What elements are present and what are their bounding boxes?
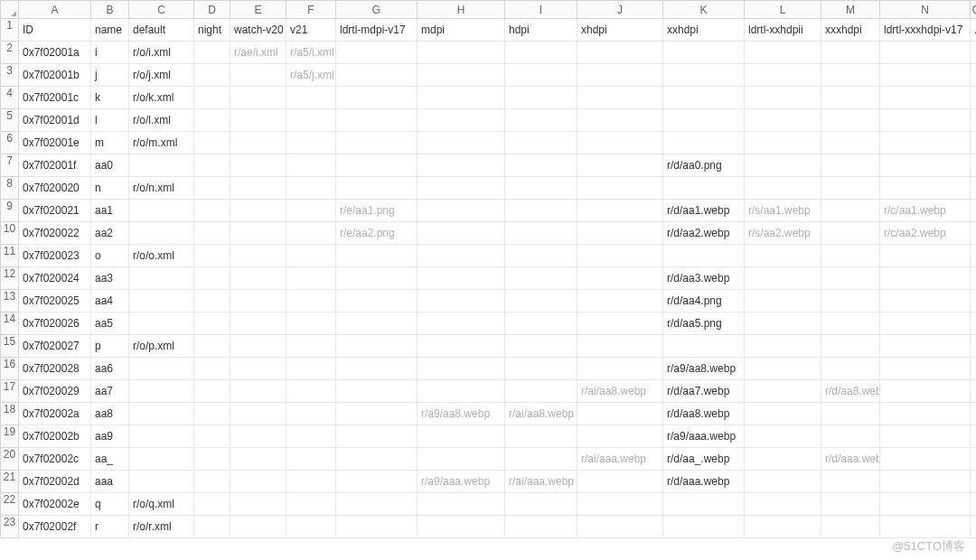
cell-K20[interactable]: r/d/aa_.webp [663, 448, 745, 471]
cell-G5[interactable] [336, 109, 418, 132]
cell-H22[interactable] [418, 493, 505, 516]
cell-B16[interactable]: aa6 [91, 358, 129, 380]
cell-L20[interactable] [745, 448, 821, 471]
cell-K17[interactable]: r/d/aa7.webp [663, 380, 745, 403]
row-header-6[interactable]: 6 [1, 132, 19, 154]
cell-D18[interactable] [194, 403, 230, 425]
cell-G15[interactable] [336, 335, 418, 358]
cell-L18[interactable] [745, 403, 821, 425]
cell-K10[interactable]: r/d/aa2.webp [663, 222, 745, 245]
cell-M4[interactable] [821, 87, 880, 109]
cell-E21[interactable] [230, 471, 286, 493]
column-header-D[interactable]: D [194, 1, 230, 19]
cell-O12[interactable] [971, 267, 976, 290]
cell-B7[interactable]: aa0 [91, 154, 129, 177]
cell-H15[interactable] [418, 335, 505, 358]
cell-H7[interactable] [418, 154, 505, 177]
cell-I17[interactable] [505, 380, 577, 403]
cell-J1[interactable]: xhdpi [577, 19, 663, 42]
column-header-M[interactable]: M [821, 1, 880, 19]
cell-G4[interactable] [336, 87, 418, 109]
row-header-22[interactable]: 22 [1, 493, 19, 516]
cell-K22[interactable] [663, 493, 745, 516]
cell-L11[interactable] [745, 245, 821, 267]
cell-C9[interactable] [129, 200, 194, 222]
cell-O5[interactable] [971, 109, 976, 132]
cell-A13[interactable]: 0x7f020025 [19, 290, 91, 313]
cell-M5[interactable] [821, 109, 880, 132]
cell-A16[interactable]: 0x7f020028 [19, 358, 91, 380]
cell-D17[interactable] [194, 380, 230, 403]
cell-K6[interactable] [663, 132, 745, 154]
cell-D20[interactable] [194, 448, 230, 471]
cell-I20[interactable] [505, 448, 577, 471]
cell-L21[interactable] [745, 471, 821, 493]
cell-G14[interactable] [336, 313, 418, 335]
column-header-E[interactable]: E [230, 1, 286, 19]
row-header-17[interactable]: 17 [1, 380, 19, 403]
cell-A3[interactable]: 0x7f02001b [19, 64, 91, 87]
cell-E2[interactable]: r/ae/i.xml [230, 42, 286, 64]
cell-D9[interactable] [194, 200, 230, 222]
column-header-I[interactable]: I [505, 1, 577, 19]
cell-I6[interactable] [505, 132, 577, 154]
cell-G16[interactable] [336, 358, 418, 380]
row-header-2[interactable]: 2 [1, 42, 19, 64]
cell-A11[interactable]: 0x7f020023 [19, 245, 91, 267]
cell-H9[interactable] [418, 200, 505, 222]
row-header-5[interactable]: 5 [1, 109, 19, 132]
cell-O6[interactable] [971, 132, 976, 154]
cell-M18[interactable] [821, 403, 880, 425]
row-header-18[interactable]: 18 [1, 403, 19, 425]
cell-E17[interactable] [230, 380, 286, 403]
cell-J10[interactable] [577, 222, 663, 245]
cell-A21[interactable]: 0x7f02002d [19, 471, 91, 493]
cell-L9[interactable]: r/s/aa1.webp [745, 200, 821, 222]
cell-B8[interactable]: n [91, 177, 129, 200]
cell-D3[interactable] [194, 64, 230, 87]
cell-L12[interactable] [745, 267, 821, 290]
cell-B13[interactable]: aa4 [91, 290, 129, 313]
cell-B6[interactable]: m [91, 132, 129, 154]
cell-O17[interactable] [971, 380, 976, 403]
cell-M16[interactable] [821, 358, 880, 380]
cell-K9[interactable]: r/d/aa1.webp [663, 200, 745, 222]
cell-F1[interactable]: v21 [286, 19, 336, 42]
cell-K3[interactable] [663, 64, 745, 87]
cell-H19[interactable] [418, 425, 505, 448]
cell-E12[interactable] [230, 267, 286, 290]
cell-H5[interactable] [418, 109, 505, 132]
cell-F14[interactable] [286, 313, 336, 335]
cell-D1[interactable]: night [194, 19, 230, 42]
cell-L17[interactable] [745, 380, 821, 403]
cell-L10[interactable]: r/s/aa2.webp [745, 222, 821, 245]
cell-I7[interactable] [505, 154, 577, 177]
cell-C17[interactable] [129, 380, 194, 403]
cell-D19[interactable] [194, 425, 230, 448]
cell-M6[interactable] [821, 132, 880, 154]
cell-K5[interactable] [663, 109, 745, 132]
cell-B17[interactable]: aa7 [91, 380, 129, 403]
cell-N17[interactable] [880, 380, 971, 403]
cell-L6[interactable] [745, 132, 821, 154]
cell-C16[interactable] [129, 358, 194, 380]
cell-M20[interactable]: r/d/aaa.webp [821, 448, 880, 471]
cell-J6[interactable] [577, 132, 663, 154]
column-header-F[interactable]: F [286, 1, 336, 19]
cell-M7[interactable] [821, 154, 880, 177]
cell-H21[interactable]: r/a9/aaa.webp [418, 471, 505, 493]
cell-C2[interactable]: r/o/i.xml [129, 42, 194, 64]
cell-E23[interactable] [230, 516, 286, 538]
cell-C11[interactable]: r/o/o.xml [129, 245, 194, 267]
cell-A15[interactable]: 0x7f020027 [19, 335, 91, 358]
cell-E1[interactable]: watch-v20 [230, 19, 286, 42]
cell-H1[interactable]: mdpi [418, 19, 505, 42]
cell-C15[interactable]: r/o/p.xml [129, 335, 194, 358]
cell-N14[interactable] [880, 313, 971, 335]
cell-K7[interactable]: r/d/aa0.png [663, 154, 745, 177]
cell-O16[interactable] [971, 358, 976, 380]
cell-H14[interactable] [418, 313, 505, 335]
cell-I1[interactable]: hdpi [505, 19, 577, 42]
cell-M14[interactable] [821, 313, 880, 335]
cell-H6[interactable] [418, 132, 505, 154]
